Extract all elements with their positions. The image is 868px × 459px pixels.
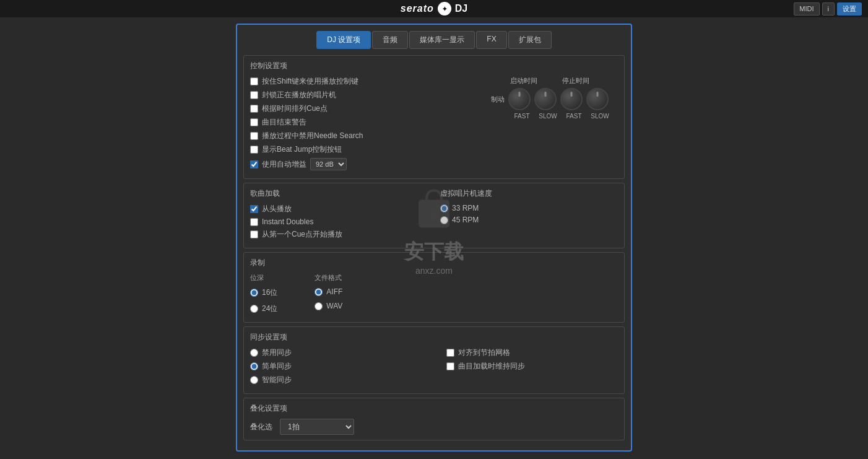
spindle-area: 启动时间 停止时间 制动 FAST SLOW	[488, 76, 611, 120]
radio-33rpm-input[interactable]	[440, 204, 448, 212]
settings-panel: DJ 设置项 音频 媒体库一显示 FX 扩展包 控制设置项 按住Shift键来使…	[236, 24, 632, 452]
checkbox-needle-search-input[interactable]	[250, 132, 258, 140]
radio-aiff-input[interactable]	[315, 288, 323, 296]
radio-disable-sync-label: 禁用同步	[262, 348, 292, 358]
checkbox-instant-doubles-input[interactable]	[250, 218, 258, 226]
checkbox-play-from-cue-label: 从第一个Cue点开始播放	[262, 229, 342, 240]
radio-33rpm-label: 33 RPM	[452, 204, 479, 212]
checkbox-beat-grid-input[interactable]	[446, 349, 454, 357]
control-section-inner: 按住Shift键来使用播放控制键 封锁正在播放的唱片机 根据时间排列Cue点 曲…	[250, 76, 618, 173]
radio-wav-input[interactable]	[315, 302, 323, 310]
radio-wav: WAV	[315, 302, 342, 310]
auto-gain-select[interactable]: 92 dB 89 dB 95 dB	[310, 158, 347, 170]
tab-library-display[interactable]: 媒体库一显示	[409, 31, 475, 49]
radio-disable-sync-input[interactable]	[250, 349, 258, 357]
quantize-row: 叠化选 1拍 2拍 4拍 8拍	[250, 419, 618, 435]
tab-expansion[interactable]: 扩展包	[508, 31, 552, 49]
record-inner: 位深 16位 24位 文件格式 AIFF	[250, 273, 618, 317]
stop-slow-knob[interactable]	[586, 88, 609, 110]
fast-label-1: FAST	[511, 113, 533, 120]
checkbox-sort-cue-input[interactable]	[250, 105, 258, 113]
radio-simple-sync-label: 简单同步	[262, 361, 292, 372]
radio-disable-sync: 禁用同步	[250, 348, 422, 358]
checkbox-shift-playback-input[interactable]	[250, 77, 258, 85]
checkbox-play-from-start: 从头播放	[250, 204, 428, 214]
radio-24bit-input[interactable]	[250, 305, 258, 313]
checkbox-beat-grid: 对齐到节拍网格	[446, 348, 618, 358]
spindle-center-label: 制动	[491, 95, 505, 104]
checkbox-instant-doubles: Instant Doubles	[250, 217, 428, 226]
logo-serato: serato	[401, 3, 434, 14]
radio-aiff: AIFF	[315, 287, 342, 296]
checkbox-lock-deck-input[interactable]	[250, 91, 258, 99]
sync-right: 对齐到节拍网格 曲目加载时维持同步	[446, 348, 618, 388]
checkbox-maintain-sync-label: 曲目加载时维持同步	[458, 361, 525, 372]
quantize-section: 叠化设置项 叠化选 1拍 2拍 4拍 8拍	[243, 398, 625, 440]
checkbox-shift-playback: 按住Shift键来使用播放控制键	[250, 76, 469, 87]
checkbox-track-end-warning-input[interactable]	[250, 118, 258, 126]
tab-fx[interactable]: FX	[476, 31, 506, 49]
radio-smart-sync-input[interactable]	[250, 376, 258, 384]
header: serato ✦ DJ MIDI i 设置	[0, 0, 868, 17]
radio-45rpm-input[interactable]	[440, 216, 448, 224]
info-button[interactable]: i	[822, 2, 835, 15]
radio-16bit-input[interactable]	[250, 289, 258, 297]
checkbox-auto-gain: 使用自动增益 92 dB 89 dB 95 dB	[250, 158, 469, 170]
control-section-title: 控制设置项	[250, 61, 618, 71]
checkbox-beat-jump: 显示Beat Jump控制按钮	[250, 144, 469, 155]
radio-24bit-label: 24位	[262, 304, 277, 314]
main-area: DJ 设置项 音频 媒体库一显示 FX 扩展包 控制设置项 按住Shift键来使…	[0, 17, 868, 458]
radio-33rpm: 33 RPM	[440, 204, 618, 212]
radio-45rpm-label: 45 RPM	[452, 216, 479, 224]
radio-aiff-label: AIFF	[326, 287, 342, 296]
checkbox-play-from-cue-input[interactable]	[250, 230, 258, 238]
checkbox-sort-cue-label: 根据时间排列Cue点	[262, 103, 328, 114]
sync-section-title: 同步设置项	[250, 332, 618, 343]
midi-button[interactable]: MIDI	[794, 2, 819, 15]
two-col: 歌曲加载 从头播放 Instant Doubles 从第一个Cue点开始播放	[250, 188, 618, 243]
bit-depth-col: 位深 16位 24位	[250, 273, 277, 317]
checkbox-maintain-sync-input[interactable]	[446, 362, 454, 370]
sync-left: 禁用同步 简单同步 智能同步	[250, 348, 422, 388]
settings-button[interactable]: 设置	[837, 2, 862, 15]
checkbox-beat-jump-label: 显示Beat Jump控制按钮	[262, 144, 342, 155]
checkbox-needle-search-label: 播放过程中禁用Needle Search	[262, 131, 363, 141]
radio-simple-sync-input[interactable]	[250, 362, 258, 370]
slow-label-2: SLOW	[589, 113, 611, 120]
stop-time-label: 停止时间	[562, 76, 589, 85]
radio-16bit-label: 16位	[262, 287, 277, 298]
radio-wav-label: WAV	[326, 302, 342, 310]
checkbox-beat-jump-input[interactable]	[250, 146, 258, 154]
start-fast-knob[interactable]	[508, 88, 531, 110]
start-slow-knob[interactable]	[534, 88, 557, 110]
vinyl-speed-col: 虚拟唱片机速度 33 RPM 45 RPM	[440, 188, 618, 243]
stop-fast-knob[interactable]	[560, 88, 583, 110]
slow-label-1: SLOW	[537, 113, 559, 120]
checkbox-lock-deck: 封锁正在播放的唱片机	[250, 90, 469, 100]
quantize-select[interactable]: 1拍 2拍 4拍 8拍	[280, 419, 354, 435]
quantize-label: 叠化选	[250, 422, 275, 432]
logo-dj: DJ	[455, 3, 467, 14]
checkbox-play-from-start-input[interactable]	[250, 205, 258, 213]
file-format-label: 文件格式	[315, 273, 342, 282]
checkbox-beat-grid-label: 对齐到节拍网格	[458, 348, 510, 358]
control-section: 控制设置项 按住Shift键来使用播放控制键 封锁正在播放的唱片机 根据时间排列…	[243, 55, 625, 179]
checkbox-shift-playback-label: 按住Shift键来使用播放控制键	[262, 76, 358, 87]
checkbox-track-end-warning-label: 曲目结束警告	[262, 117, 306, 128]
radio-smart-sync: 智能同步	[250, 375, 422, 385]
quantize-section-title: 叠化设置项	[250, 403, 618, 414]
checkbox-play-from-cue: 从第一个Cue点开始播放	[250, 229, 428, 240]
song-load-title: 歌曲加载	[250, 188, 428, 199]
tab-dj-settings[interactable]: DJ 设置项	[316, 31, 371, 49]
bit-depth-label: 位深	[250, 273, 277, 282]
checkbox-auto-gain-input[interactable]	[250, 160, 258, 168]
radio-45rpm: 45 RPM	[440, 216, 618, 224]
record-section-title: 录制	[250, 258, 618, 268]
song-load-col: 歌曲加载 从头播放 Instant Doubles 从第一个Cue点开始播放	[250, 188, 428, 243]
control-right: 启动时间 停止时间 制动 FAST SLOW	[482, 76, 618, 173]
tab-audio[interactable]: 音频	[372, 31, 408, 49]
checkbox-sort-cue: 根据时间排列Cue点	[250, 103, 469, 114]
checkbox-lock-deck-label: 封锁正在播放的唱片机	[262, 90, 336, 100]
file-format-col: 文件格式 AIFF WAV	[315, 273, 342, 313]
fast-label-2: FAST	[563, 113, 585, 120]
